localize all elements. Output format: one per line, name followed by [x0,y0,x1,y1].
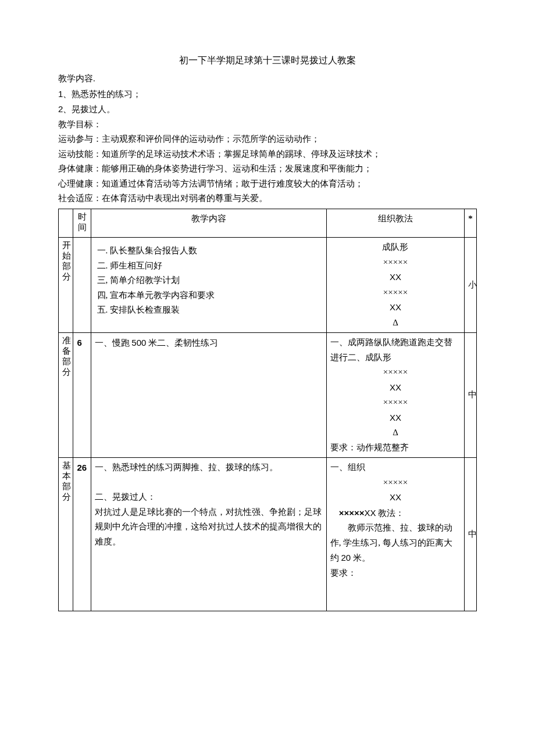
table-row: 准备部分 6 一、慢跑 500 米二、柔韧性练习 一、成两路纵队绕跑道跑走交替进… [59,333,477,458]
content-label: 教学内容. [58,71,477,87]
method-main: 一、组织 ××××× XX ×××××XX 教法： 教师示范推、拉、拨球的动作,… [326,458,464,611]
table-row: 开始部分 一. 队长整队集合报告人数 二. 师生相互问好 三, 简单介绍教学计划… [59,238,477,333]
goal-4: 心理健康：知道通过体育活动等方法调节情绪；敢于进行难度较大的体育活动； [58,177,477,192]
intensity-main: 中 [465,458,477,611]
section-label-prep: 准备部分 [59,333,73,458]
content-prep: 一、慢跑 500 米二、柔韧性练习 [91,333,326,458]
table-row: 基本部分 26 一、熟悉球性的练习两脚推、拉、拨球的练习。 二、晃拨过人： 对抗… [59,458,477,611]
th-method: 组织教法 [326,209,464,238]
th-content: 教学内容 [91,209,326,238]
th-last: * [465,209,477,238]
content-start: 一. 队长整队集合报告人数 二. 师生相互问好 三, 简单介绍教学计划 四, 宣… [91,238,326,333]
time-start [73,238,91,333]
goal-5: 社会适应：在体育活动中表现出对弱者的尊重与关爱。 [58,191,477,206]
method-prep: 一、成两路纵队绕跑道跑走交替进行二、成队形 ××××× XX ××××× XX … [326,333,464,458]
method-start: 成队形 ××××× XX ××××× XX Δ [326,238,464,333]
goal-3: 身体健康：能够用正确的身体姿势进行学习、运动和生活；发展速度和平衡能力； [58,162,477,177]
th-section [59,209,73,238]
th-time: 时间 [73,209,91,238]
document-title: 初一下半学期足球第十三课时晃拨过人教案 [58,52,477,68]
time-prep: 6 [73,333,91,458]
time-main: 26 [73,458,91,611]
intensity-prep: 中 [465,333,477,458]
goal-label: 教学目标： [58,117,477,132]
content-item-1: 11、熟悉苏性的练习；、熟悉苏性的练习； [58,87,477,102]
section-label-main: 基本部分 [59,458,73,611]
lesson-plan-table: 时间 教学内容 组织教法 * 开始部分 一. 队长整队集合报告人数 二. 师生相… [58,209,477,612]
goal-2: 运动技能：知道所学的足球运动技术术语；掌握足球简单的踢球、停球及运球技术； [58,147,477,162]
goal-1: 运动参与：主动观察和评价同伴的运动动作；示范所学的运动动作； [58,132,477,147]
content-main: 一、熟悉球性的练习两脚推、拉、拨球的练习。 二、晃拨过人： 对抗过人是足球比赛的… [91,458,326,611]
intensity-start: 小 [465,238,477,333]
section-label-start: 开始部分 [59,238,73,333]
content-item-2: 2、晃拨过人。 [58,102,477,117]
